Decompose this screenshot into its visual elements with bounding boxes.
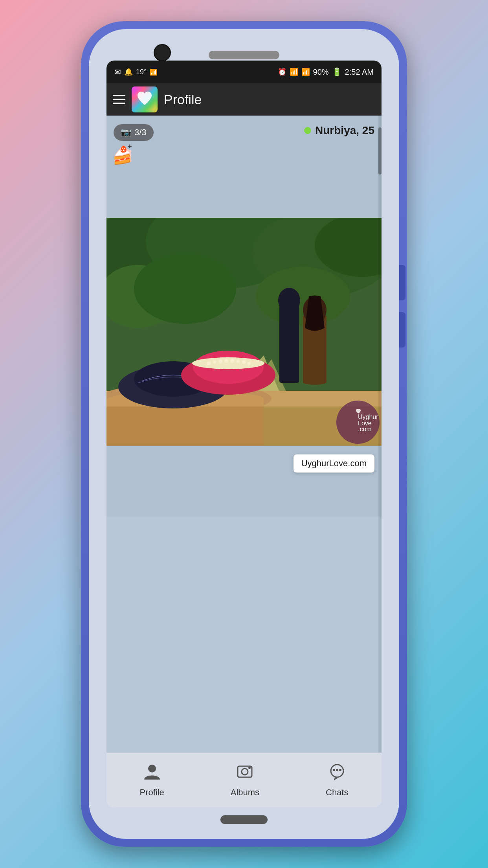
gmail-icon: ✉ xyxy=(114,67,121,77)
speaker-grille xyxy=(209,51,279,59)
svg-point-24 xyxy=(224,359,228,363)
svg-point-14 xyxy=(278,288,300,313)
app-title: Profile xyxy=(164,92,202,107)
notification-icon: 🔔 xyxy=(124,68,133,76)
website-badge[interactable]: UyghurLove.com xyxy=(294,454,374,473)
battery-text: 90% xyxy=(313,68,329,77)
svg-point-21 xyxy=(207,361,211,365)
svg-text:.com: .com xyxy=(358,426,372,432)
photo-count-text: 3/3 xyxy=(134,127,147,138)
bottom-nav: Profile Albums xyxy=(106,752,382,807)
svg-point-38 xyxy=(333,769,335,771)
home-button xyxy=(220,815,268,824)
screen: ✉ 🔔 19° 📶 ⏰ 📶 📶 90% 🔋 2:52 AM xyxy=(106,61,382,807)
svg-point-23 xyxy=(218,359,222,363)
signal-icon: 📶 xyxy=(301,68,310,76)
volume-up-button xyxy=(399,265,405,300)
battery-icon: 🔋 xyxy=(332,67,342,77)
volume-down-button xyxy=(399,312,405,348)
svg-point-27 xyxy=(242,360,246,364)
nav-chats-label: Chats xyxy=(326,787,348,798)
add-sticker-button[interactable]: + xyxy=(128,142,132,151)
menu-line-3 xyxy=(113,103,125,104)
front-camera xyxy=(154,44,171,61)
nav-profile[interactable]: Profile xyxy=(139,763,164,798)
nav-chats[interactable]: Chats xyxy=(326,763,348,798)
status-bar: ✉ 🔔 19° 📶 ⏰ 📶 📶 90% 🔋 2:52 AM xyxy=(106,61,382,83)
menu-line-1 xyxy=(113,95,125,96)
phone-inner: ✉ 🔔 19° 📶 ⏰ 📶 📶 90% 🔋 2:52 AM xyxy=(89,29,399,839)
svg-point-22 xyxy=(213,360,216,364)
svg-point-26 xyxy=(237,360,240,363)
app-logo xyxy=(132,86,158,112)
photo-info-area: 📷 3/3 Nurbiya, 25 🍰 + xyxy=(106,116,382,218)
sim-icon: 📶 xyxy=(150,68,158,76)
alarm-icon: ⏰ xyxy=(278,68,286,76)
svg-point-7 xyxy=(134,253,236,324)
nav-albums[interactable]: Albums xyxy=(231,763,259,798)
website-url: UyghurLove.com xyxy=(301,458,367,468)
camera-icon: 📷 xyxy=(121,127,131,138)
svg-point-40 xyxy=(339,769,341,771)
profile-icon xyxy=(143,763,161,784)
svg-point-25 xyxy=(230,359,234,363)
svg-point-36 xyxy=(248,767,251,769)
time-text: 2:52 AM xyxy=(345,68,374,77)
profile-photo[interactable]: Uyghur Love .com xyxy=(106,218,382,446)
scrollbar[interactable] xyxy=(378,116,382,752)
chats-icon xyxy=(328,763,346,784)
status-right-info: ⏰ 📶 📶 90% 🔋 2:52 AM xyxy=(278,67,374,77)
phone-outer: ✉ 🔔 19° 📶 ⏰ 📶 📶 90% 🔋 2:52 AM xyxy=(81,21,407,847)
photo-count-badge[interactable]: 📷 3/3 xyxy=(114,124,154,141)
menu-button[interactable] xyxy=(113,95,125,104)
scrollbar-thumb[interactable] xyxy=(378,127,382,175)
svg-point-39 xyxy=(336,769,338,771)
svg-point-33 xyxy=(148,765,156,772)
app-bar: Profile xyxy=(106,83,382,116)
status-left-icons: ✉ 🔔 19° 📶 xyxy=(114,67,158,77)
online-indicator xyxy=(304,127,311,134)
menu-line-2 xyxy=(113,99,125,100)
nav-albums-label: Albums xyxy=(231,787,259,798)
svg-point-28 xyxy=(248,362,251,365)
svg-rect-13 xyxy=(279,304,299,383)
temperature-text: 19° xyxy=(136,68,147,76)
below-photo-area: UyghurLove.com xyxy=(106,446,382,517)
content-area: 📷 3/3 Nurbiya, 25 🍰 + xyxy=(106,116,382,752)
svg-point-20 xyxy=(192,357,264,369)
svg-point-35 xyxy=(242,769,248,775)
user-name-text: Nurbiya, 25 xyxy=(315,124,374,137)
wifi-icon: 📶 xyxy=(290,68,298,76)
nav-profile-label: Profile xyxy=(139,787,164,798)
albums-icon xyxy=(236,763,253,784)
svg-text:Uyghur: Uyghur xyxy=(358,414,378,420)
user-name-badge: Nurbiya, 25 xyxy=(304,124,374,137)
